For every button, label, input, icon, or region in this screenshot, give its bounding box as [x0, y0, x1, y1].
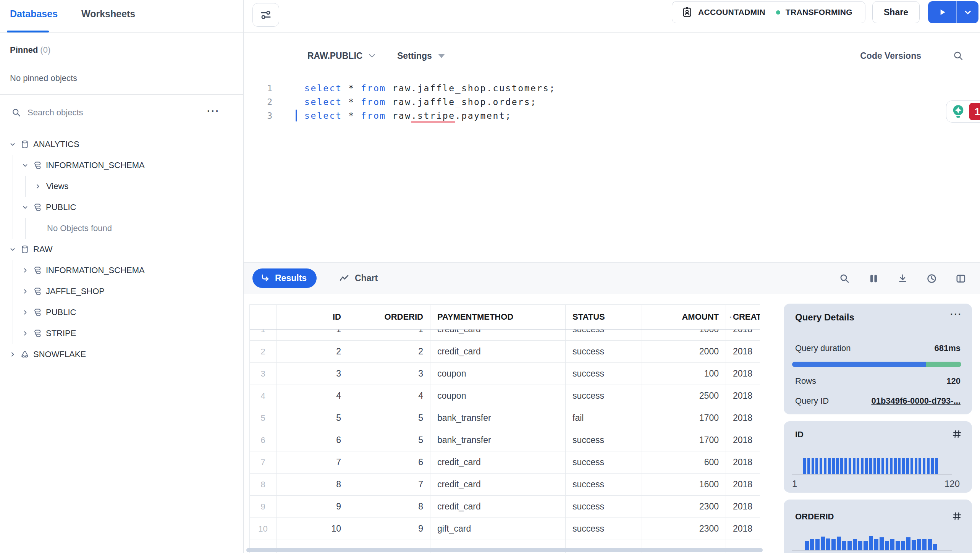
- schema-icon: [33, 329, 42, 338]
- suggestions-pill[interactable]: 1: [946, 100, 980, 123]
- share-button[interactable]: Share: [872, 1, 920, 23]
- columns-icon[interactable]: [868, 273, 879, 284]
- tree-item-public[interactable]: PUBLIC: [0, 197, 243, 218]
- run-options-button[interactable]: [957, 1, 978, 23]
- table-cell: success: [566, 363, 642, 385]
- chevron-down-icon[interactable]: [22, 162, 28, 168]
- chart-line-icon: [339, 273, 349, 284]
- row-number-cell: 6: [250, 429, 277, 451]
- column-header-paymentmethod[interactable]: PAYMENTMETHOD: [430, 305, 566, 329]
- tree-item-raw[interactable]: RAW: [0, 239, 243, 260]
- session-context-button[interactable]: ACCOUNTADMIN TRANSFORMING: [672, 1, 865, 23]
- code-area[interactable]: 1select * from raw.jaffle_shop.customers…: [243, 81, 980, 123]
- run-button[interactable]: [928, 1, 956, 23]
- object-search[interactable]: Search objects ⋯: [0, 102, 243, 123]
- column-header-amount[interactable]: AMOUNT: [642, 305, 726, 329]
- column-header-orderid[interactable]: ORDERID: [348, 305, 430, 329]
- horizontal-scrollbar[interactable]: [246, 548, 763, 552]
- tree-item-information-schema[interactable]: INFORMATION_SCHEMA: [0, 155, 243, 176]
- table-cell: fail: [566, 407, 642, 429]
- tree-item-views[interactable]: Views: [0, 176, 243, 197]
- table-row[interactable]: 10109gift_cardsuccess23002018: [250, 518, 760, 540]
- editor-search-icon[interactable]: [953, 50, 964, 61]
- pinned-count: (0): [40, 45, 50, 55]
- code-line-3[interactable]: 3select * from raw.stripe.payment;: [243, 109, 980, 123]
- chevron-right-icon[interactable]: [22, 288, 28, 294]
- id-histogram[interactable]: [803, 458, 938, 474]
- tree-item-snowflake[interactable]: SNOWFLAKE: [0, 344, 243, 365]
- tree-item-information-schema[interactable]: INFORMATION_SCHEMA: [0, 260, 243, 281]
- results-tab-label: Results: [275, 273, 307, 283]
- column-options-icon[interactable]: ⋯: [729, 310, 739, 323]
- chevron-right-icon[interactable]: [22, 309, 28, 315]
- table-row[interactable]: 444couponsuccess25002018: [250, 385, 760, 407]
- tab-chart[interactable]: Chart: [339, 268, 378, 288]
- table-cell: 2300: [642, 496, 726, 517]
- chevron-right-icon[interactable]: [10, 351, 16, 357]
- chevron-right-icon[interactable]: [35, 183, 41, 189]
- table-cell: 1700: [642, 407, 726, 429]
- histogram-bar: [861, 458, 864, 474]
- code-line-1[interactable]: 1select * from raw.jaffle_shop.customers…: [243, 81, 980, 95]
- tree-item-jaffle-shop[interactable]: JAFFLE_SHOP: [0, 281, 243, 302]
- chevron-down-icon[interactable]: [10, 141, 16, 147]
- tree-item-analytics[interactable]: ANALYTICS: [0, 134, 243, 155]
- editor-settings-menu[interactable]: Settings: [397, 45, 445, 66]
- histogram-bar: [837, 537, 841, 550]
- table-row[interactable]: 776credit_cardsuccess6002018: [250, 451, 760, 474]
- table-row[interactable]: 665bank_transfersuccess17002018: [250, 429, 760, 451]
- query-details-menu-icon[interactable]: ⋯: [949, 307, 961, 321]
- split-panel-icon[interactable]: [955, 273, 966, 284]
- history-clock-icon[interactable]: [926, 273, 937, 284]
- table-cell: 2018: [726, 451, 760, 473]
- table-row[interactable]: 998credit_cardsuccess23002018: [250, 496, 760, 518]
- sql-text: raw.jaffle_shop.customers;: [386, 83, 556, 93]
- current-role: ACCOUNTADMIN: [698, 8, 765, 17]
- worksheet-config-button[interactable]: [252, 3, 279, 27]
- code-versions-button[interactable]: Code Versions: [860, 45, 921, 66]
- tree-item-label: INFORMATION_SCHEMA: [46, 160, 145, 170]
- histogram-bar: [896, 541, 900, 550]
- tree-indent-guide: [13, 176, 13, 197]
- tab-worksheets[interactable]: Worksheets: [81, 8, 135, 19]
- download-icon[interactable]: [897, 273, 908, 284]
- tree-indent-guide: [13, 302, 13, 323]
- table-row[interactable]: 333couponsuccess1002018: [250, 363, 760, 385]
- top-divider: [0, 32, 980, 33]
- worksheet-topbar: ACCOUNTADMIN TRANSFORMING Share: [243, 0, 980, 32]
- tree-indent-guide: [13, 323, 13, 344]
- tree-item-label: RAW: [33, 244, 53, 254]
- table-row[interactable]: 111credit_cardsuccess10002018: [250, 330, 760, 341]
- histogram-bar: [869, 536, 873, 550]
- column-header-id[interactable]: ID: [277, 305, 348, 329]
- query-id-link[interactable]: 01b349f6-0000-d793-...: [871, 396, 961, 406]
- id-min-label: 1: [792, 479, 797, 489]
- sql-keyword: from: [361, 83, 386, 93]
- code-line-2[interactable]: 2select * from raw.jaffle_shop.orders;: [243, 95, 980, 109]
- table-row[interactable]: 555bank_transferfail17002018: [250, 407, 760, 429]
- table-cell: 1600: [642, 474, 726, 495]
- tab-results[interactable]: Results: [252, 268, 317, 288]
- numeric-column-icon[interactable]: [952, 429, 962, 439]
- orderid-histogram[interactable]: [805, 536, 937, 550]
- chevron-down-icon[interactable]: [22, 204, 28, 210]
- chevron-right-icon[interactable]: [22, 267, 28, 273]
- table-row[interactable]: 222credit_cardsuccess20002018: [250, 341, 760, 363]
- histogram-bar: [828, 458, 831, 474]
- histogram-bar: [826, 538, 830, 550]
- table-row[interactable]: 887credit_cardsuccess16002018: [250, 474, 760, 496]
- table-cell: credit_card: [430, 341, 566, 362]
- tree-item-stripe[interactable]: STRIPE: [0, 323, 243, 344]
- column-header-status[interactable]: STATUS: [566, 305, 642, 329]
- chevron-right-icon[interactable]: [22, 330, 28, 336]
- search-results-icon[interactable]: [839, 273, 850, 284]
- table-cell: 7: [348, 474, 430, 495]
- tree-item-public[interactable]: PUBLIC: [0, 302, 243, 323]
- tab-databases[interactable]: Databases: [10, 8, 58, 19]
- chevron-down-icon[interactable]: [10, 246, 16, 252]
- database-context-selector[interactable]: RAW.PUBLIC: [307, 45, 376, 66]
- schema-icon: [33, 287, 42, 296]
- more-options-icon[interactable]: ⋯: [206, 103, 220, 118]
- numeric-column-icon[interactable]: [952, 511, 962, 521]
- lightbulb-icon: [950, 103, 966, 120]
